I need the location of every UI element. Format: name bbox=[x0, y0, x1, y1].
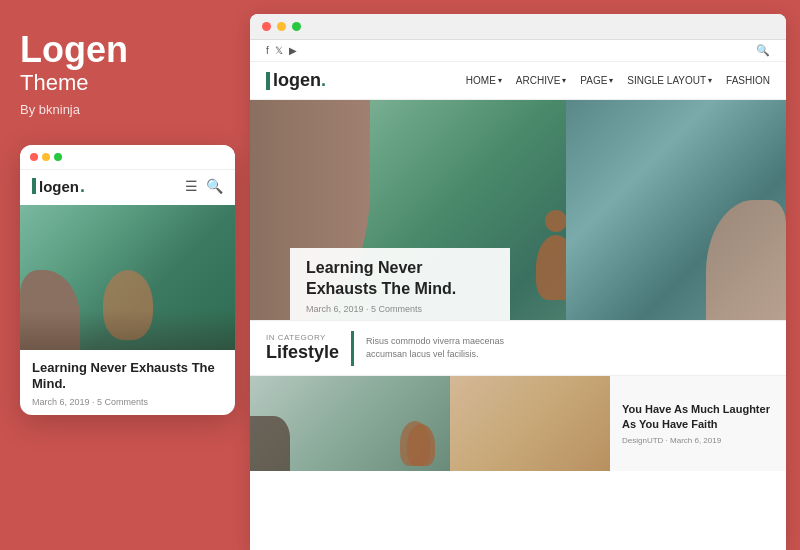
dot-green bbox=[54, 153, 62, 161]
hero-section: Learning Never Exhausts The Mind. March … bbox=[250, 100, 786, 320]
thumb-rock bbox=[250, 416, 290, 471]
category-label: In Category bbox=[266, 333, 339, 342]
mobile-logo-dot: . bbox=[80, 176, 85, 197]
chevron-down-icon: ▾ bbox=[562, 76, 566, 85]
site-nav: HOME ▾ ARCHIVE ▾ PAGE ▾ SINGLE LAYOUT ▾ … bbox=[466, 75, 770, 86]
hero-post-meta: March 6, 2019 · 5 Comments bbox=[306, 304, 494, 314]
facebook-icon[interactable]: f bbox=[266, 45, 269, 56]
mobile-nav-icons[interactable]: ☰ 🔍 bbox=[185, 178, 223, 194]
site-logo: logen . bbox=[266, 70, 326, 91]
left-panel: Logen Theme By bkninja logen . ☰ 🔍 Learn… bbox=[0, 0, 250, 550]
category-section: In Category Lifestyle Risus commodo vive… bbox=[266, 331, 526, 366]
brand-name: Logen Theme bbox=[20, 30, 128, 102]
site-logo-dot: . bbox=[321, 70, 326, 91]
dot-red bbox=[30, 153, 38, 161]
search-icon[interactable]: 🔍 bbox=[206, 178, 223, 194]
social-top-bar: f 𝕏 ▶ 🔍 bbox=[250, 40, 786, 62]
category-desc: Risus commodo viverra maecenas accumsan … bbox=[366, 335, 526, 362]
sidebar-post-meta: DesignUTD · March 6, 2019 bbox=[622, 436, 774, 445]
hero-overlay: Learning Never Exhausts The Mind. March … bbox=[290, 248, 510, 320]
twitter-icon[interactable]: 𝕏 bbox=[275, 45, 283, 56]
social-icons[interactable]: f 𝕏 ▶ bbox=[266, 45, 297, 56]
thumbnail-middle[interactable] bbox=[450, 376, 610, 471]
mobile-card-dots bbox=[20, 145, 235, 169]
mobile-preview-card: logen . ☰ 🔍 Learning Never Exhausts The … bbox=[20, 145, 235, 416]
sidebar-post-title[interactable]: You Have As Much Laughter As You Have Fa… bbox=[622, 402, 774, 433]
thumb-figure bbox=[407, 424, 435, 466]
category-name[interactable]: Lifestyle bbox=[266, 342, 339, 363]
category-text: In Category Lifestyle bbox=[266, 333, 339, 363]
nav-home[interactable]: HOME ▾ bbox=[466, 75, 502, 86]
youtube-icon[interactable]: ▶ bbox=[289, 45, 297, 56]
nav-archive[interactable]: ARCHIVE ▾ bbox=[516, 75, 566, 86]
thumbnail-right: You Have As Much Laughter As You Have Fa… bbox=[610, 376, 786, 471]
site-logo-text: logen bbox=[273, 70, 321, 91]
hero-post-title[interactable]: Learning Never Exhausts The Mind. bbox=[306, 258, 494, 300]
browser-dot-green[interactable] bbox=[292, 22, 301, 31]
brand-by: By bkninja bbox=[20, 102, 80, 117]
mobile-logo: logen . bbox=[32, 176, 85, 197]
mobile-post-meta: March 6, 2019 · 5 Comments bbox=[32, 397, 223, 407]
mobile-card-header: logen . ☰ 🔍 bbox=[20, 169, 235, 205]
browser-panel: f 𝕏 ▶ 🔍 logen . HOME ▾ ARCHIVE ▾ bbox=[250, 14, 786, 550]
nav-page[interactable]: PAGE ▾ bbox=[580, 75, 613, 86]
browser-dot-red[interactable] bbox=[262, 22, 271, 31]
dot-yellow bbox=[42, 153, 50, 161]
category-divider bbox=[351, 331, 354, 366]
hamburger-icon[interactable]: ☰ bbox=[185, 178, 198, 194]
chevron-down-icon: ▾ bbox=[498, 76, 502, 85]
chevron-down-icon: ▾ bbox=[708, 76, 712, 85]
browser-dot-yellow[interactable] bbox=[277, 22, 286, 31]
category-row: In Category Lifestyle Risus commodo vive… bbox=[250, 320, 786, 375]
site-header: logen . HOME ▾ ARCHIVE ▾ PAGE ▾ SINGLE L… bbox=[250, 62, 786, 100]
browser-chrome bbox=[250, 14, 786, 40]
mobile-card-body: Learning Never Exhausts The Mind. March … bbox=[20, 350, 235, 416]
thumbnails-row: You Have As Much Laughter As You Have Fa… bbox=[250, 375, 786, 550]
thumbnail-left[interactable] bbox=[250, 376, 450, 471]
mobile-hero-image bbox=[20, 205, 235, 350]
nav-fashion[interactable]: FASHION bbox=[726, 75, 770, 86]
mobile-logo-bar bbox=[32, 178, 36, 194]
search-top-icon[interactable]: 🔍 bbox=[756, 44, 770, 57]
chevron-down-icon: ▾ bbox=[609, 76, 613, 85]
mobile-logo-text: logen bbox=[39, 178, 79, 195]
rock-decoration bbox=[20, 270, 80, 350]
site-logo-bar bbox=[266, 72, 270, 90]
browser-content: f 𝕏 ▶ 🔍 logen . HOME ▾ ARCHIVE ▾ bbox=[250, 40, 786, 550]
mobile-post-title: Learning Never Exhausts The Mind. bbox=[32, 360, 223, 394]
nav-single-layout[interactable]: SINGLE LAYOUT ▾ bbox=[627, 75, 712, 86]
